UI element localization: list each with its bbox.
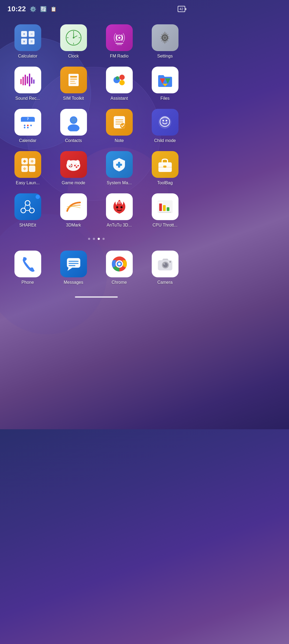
app-settings[interactable]: Settings <box>142 21 188 63</box>
fm-radio-label: FM Radio <box>110 54 128 59</box>
svg-point-46 <box>24 125 25 126</box>
game-mode-icon <box>60 151 87 178</box>
svg-point-76 <box>67 160 71 165</box>
app-3dmark[interactable]: 3DMark <box>51 190 96 232</box>
app-child-mode[interactable]: Child mode <box>142 106 188 148</box>
camera-icon <box>152 251 178 277</box>
dock-messages[interactable]: Messages <box>51 247 96 290</box>
svg-text:7: 7 <box>27 117 29 121</box>
system-manager-label: System Ma... <box>107 181 132 185</box>
svg-rect-28 <box>31 77 32 84</box>
3dmark-icon <box>60 193 87 220</box>
svg-point-49 <box>24 127 25 128</box>
page-dots <box>0 238 193 240</box>
svg-point-48 <box>30 125 32 126</box>
app-toolbag[interactable]: ToolBag <box>142 148 188 190</box>
battery-level: 42 <box>180 7 183 11</box>
page-dot-4[interactable] <box>102 238 105 240</box>
app-sound-rec[interactable]: Sound Rec... <box>5 63 51 106</box>
app-grid: + − × = Calculator Clock <box>0 16 193 232</box>
svg-rect-33 <box>70 81 75 82</box>
cpu-throttle-label: CPU Thrott... <box>153 223 177 228</box>
svg-rect-26 <box>27 76 28 84</box>
sound-rec-icon <box>14 67 41 93</box>
app-calendar[interactable]: 7 Calendar <box>5 106 51 148</box>
svg-rect-98 <box>67 258 80 268</box>
app-easy-launcher[interactable]: Easy Laun... <box>5 148 51 190</box>
contacts-label: Contacts <box>65 138 82 143</box>
shareit-label: SHAREit <box>19 223 36 228</box>
svg-rect-34 <box>70 83 76 84</box>
system-manager-icon <box>106 151 133 178</box>
svg-point-38 <box>116 76 119 80</box>
svg-rect-79 <box>116 164 122 166</box>
child-mode-label: Child mode <box>154 138 176 143</box>
antutu-label: AnTuTu 3D... <box>107 223 132 228</box>
svg-point-77 <box>75 160 80 165</box>
svg-rect-27 <box>29 74 30 86</box>
svg-point-53 <box>71 117 76 123</box>
clock-icon <box>60 24 87 51</box>
child-mode-icon <box>152 109 178 136</box>
dock-chrome[interactable]: Chrome <box>96 247 142 290</box>
app-calculator[interactable]: + − × = Calculator <box>5 21 51 63</box>
svg-rect-96 <box>158 202 163 204</box>
status-bar: 10:22 ⚙️ 🔄 📋 42 <box>0 0 193 16</box>
phone-label: Phone <box>21 280 34 285</box>
svg-point-47 <box>27 125 29 126</box>
svg-rect-23 <box>20 79 22 84</box>
settings-label: Settings <box>157 54 173 59</box>
home-bar-line[interactable] <box>75 296 118 298</box>
settings-icon <box>152 24 178 51</box>
sim-toolkit-icon <box>60 67 87 93</box>
home-bar <box>0 294 193 302</box>
files-label: Files <box>161 96 170 101</box>
app-cpu-throttle[interactable]: CPU Thrott... <box>142 190 188 232</box>
sync-icon: 🔄 <box>40 6 47 12</box>
svg-point-106 <box>118 263 121 265</box>
svg-point-52 <box>68 124 79 131</box>
easy-launcher-icon <box>14 151 41 178</box>
messages-icon <box>60 251 87 277</box>
toolbag-label: ToolBag <box>157 181 173 185</box>
page-dot-2[interactable] <box>93 238 95 240</box>
game-mode-label: Game mode <box>62 181 85 185</box>
page-dot-3[interactable] <box>98 238 100 240</box>
svg-rect-25 <box>25 75 26 85</box>
svg-line-15 <box>74 36 77 38</box>
status-left: 10:22 ⚙️ 🔄 📋 <box>7 5 56 13</box>
app-system-manager[interactable]: System Ma... <box>96 148 142 190</box>
note-icon <box>106 109 133 136</box>
sound-rec-label: Sound Rec... <box>15 96 40 101</box>
shareit-icon <box>14 193 41 220</box>
app-clock[interactable]: Clock <box>51 21 96 63</box>
dock-camera[interactable]: Camera <box>142 247 188 290</box>
app-shareit[interactable]: SHAREit <box>5 190 51 232</box>
app-assistant[interactable]: Assistant <box>96 63 142 106</box>
dock-phone[interactable]: Phone <box>5 247 51 290</box>
app-fm-radio[interactable]: FM Radio <box>96 21 142 63</box>
svg-point-110 <box>163 263 165 265</box>
app-antutu[interactable]: 3D AnTuTu 3D... <box>96 190 142 232</box>
svg-point-17 <box>118 37 120 39</box>
page-dot-1[interactable] <box>88 238 90 240</box>
svg-point-58 <box>162 120 164 121</box>
svg-point-50 <box>27 127 29 128</box>
app-contacts[interactable]: Contacts <box>51 106 96 148</box>
svg-point-85 <box>29 208 34 213</box>
bottom-dock: Phone Messages <box>0 245 193 294</box>
app-sim-toolkit[interactable]: SIM Toolkit <box>51 63 96 106</box>
svg-point-36 <box>119 75 125 80</box>
settings-status-icon: ⚙️ <box>30 6 36 12</box>
svg-point-90 <box>120 206 123 208</box>
status-right: 42 <box>178 6 185 12</box>
app-files[interactable]: Files <box>142 63 188 106</box>
camera-label: Camera <box>157 280 173 285</box>
phone-icon <box>14 251 41 277</box>
svg-line-86 <box>24 205 26 209</box>
app-note[interactable]: Note <box>96 106 142 148</box>
svg-rect-30 <box>69 74 79 86</box>
easy-launcher-label: Easy Laun... <box>16 181 40 185</box>
app-game-mode[interactable]: Game mode <box>51 148 96 190</box>
antutu-icon: 3D <box>106 193 133 220</box>
